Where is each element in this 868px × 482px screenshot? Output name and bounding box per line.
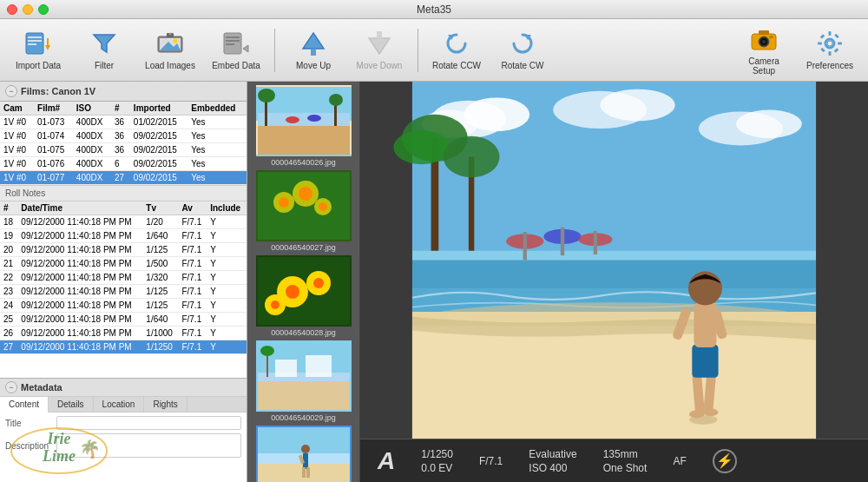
films-cell-cam: 1V #0 <box>0 116 34 129</box>
tab-rights[interactable]: Rights <box>144 397 187 412</box>
frames-cell-datetime: 09/12/2000 11:40:18 PM PM <box>17 285 142 299</box>
svg-point-58 <box>279 197 289 208</box>
svg-point-67 <box>271 300 279 309</box>
svg-marker-6 <box>94 35 115 52</box>
toolbar: Import Data Filter Load Images <box>0 19 868 82</box>
tab-location[interactable]: Location <box>94 397 145 412</box>
info-shutter-group: 1/1250 0.0 EV <box>421 448 453 474</box>
preferences-button[interactable]: Preferences <box>799 24 861 76</box>
move-up-label: Move Up <box>296 61 331 70</box>
frames-row[interactable]: 25 09/12/2000 11:40:18 PM PM 1/640 F/7.1… <box>0 313 247 327</box>
thumbnail-1[interactable]: 000046540026.jpg <box>256 85 352 167</box>
load-images-button[interactable]: Load Images <box>139 24 201 76</box>
svg-rect-21 <box>377 31 382 38</box>
move-up-button[interactable]: Move Up <box>282 24 345 76</box>
thumbnail-2[interactable]: 000046540027.jpg <box>256 170 352 252</box>
films-cell-film: 01-075 <box>34 143 73 157</box>
thumb-img-4 <box>256 340 352 412</box>
svg-point-48 <box>258 89 275 102</box>
tab-details[interactable]: Details <box>49 397 94 412</box>
frames-cell-num: 26 <box>0 327 17 340</box>
svg-point-116 <box>689 411 704 419</box>
move-down-icon <box>365 30 393 57</box>
films-expand-button[interactable]: − <box>5 85 17 97</box>
frames-cell-num: 25 <box>0 313 17 327</box>
camera-setup-button[interactable]: Camera Setup <box>733 24 795 76</box>
frames-cell-datetime: 09/12/2000 11:40:18 PM PM <box>17 340 142 354</box>
svg-rect-70 <box>258 373 350 381</box>
frames-row[interactable]: 26 09/12/2000 11:40:18 PM PM 1/1000 F/7.… <box>0 327 247 340</box>
info-focus-mode: One Shot <box>603 462 648 474</box>
load-images-label: Load Images <box>145 61 195 70</box>
frames-table-container[interactable]: # Date/Time Tv Av Include 18 09/12/2000 … <box>0 201 247 378</box>
frames-col-tv: Tv <box>142 201 178 215</box>
frames-cell-num: 23 <box>0 285 17 299</box>
svg-marker-17 <box>243 45 248 52</box>
svg-point-117 <box>703 408 718 416</box>
svg-point-60 <box>319 202 327 211</box>
frames-cell-av: F/7.1 <box>178 215 207 229</box>
minimize-button[interactable] <box>23 4 33 15</box>
svg-rect-35 <box>838 43 842 45</box>
rotate-ccw-button[interactable]: Rotate CCW <box>425 24 488 76</box>
metadata-section: − Metadata Content Details Location Righ… <box>0 378 247 482</box>
svg-rect-100 <box>561 228 564 255</box>
thumbnail-4[interactable]: 000046540029.jpg <box>256 340 352 422</box>
films-cell-embedded: Yes <box>187 116 247 129</box>
close-button[interactable] <box>7 4 17 15</box>
svg-rect-19 <box>311 49 316 56</box>
svg-rect-39 <box>834 34 839 39</box>
frames-row[interactable]: 20 09/12/2000 11:40:18 PM PM 1/125 F/7.1… <box>0 243 247 257</box>
films-row[interactable]: 1V #0 01-073 400DX 36 01/02/2015 Yes <box>0 116 247 129</box>
films-row[interactable]: 1V #0 01-075 400DX 36 09/02/2015 Yes <box>0 143 247 157</box>
import-data-button[interactable]: Import Data <box>7 24 69 76</box>
filter-button[interactable]: Filter <box>73 24 135 76</box>
films-row[interactable]: 1V #0 01-074 400DX 36 09/02/2015 Yes <box>0 129 247 143</box>
svg-point-91 <box>736 109 802 137</box>
frames-table: # Date/Time Tv Av Include 18 09/12/2000 … <box>0 201 247 354</box>
move-down-button[interactable]: Move Down <box>348 24 411 76</box>
films-table-container[interactable]: Cam Film# ISO # Imported Embedded 1V #0 … <box>0 102 247 185</box>
embed-data-button[interactable]: Embed Data <box>205 24 267 76</box>
films-row[interactable]: 1V #0 01-076 400DX 6 09/02/2015 Yes <box>0 157 247 171</box>
films-cell-num: 36 <box>111 116 130 129</box>
films-cell-iso: 400DX <box>73 157 111 171</box>
frames-cell-num: 20 <box>0 243 17 257</box>
films-cell-embedded: Yes <box>187 129 247 143</box>
title-input[interactable] <box>56 416 241 430</box>
frames-cell-datetime: 09/12/2000 11:40:18 PM PM <box>17 313 142 327</box>
frames-cell-include: Y <box>207 327 247 340</box>
films-cell-film: 01-076 <box>34 157 73 171</box>
thumbnail-3[interactable]: 000046540028.jpg <box>256 255 352 337</box>
frames-col-datetime: Date/Time <box>17 201 142 215</box>
maximize-button[interactable] <box>38 4 49 15</box>
films-row[interactable]: 1V #0 01-077 400DX 27 09/02/2015 Yes <box>0 171 247 185</box>
frames-row[interactable]: 27 09/12/2000 11:40:18 PM PM 1/1250 F/7.… <box>0 340 247 354</box>
main-image-area <box>360 82 868 439</box>
frames-row[interactable]: 22 09/12/2000 11:40:18 PM PM 1/320 F/7.1… <box>0 271 247 285</box>
films-cell-imported: 09/02/2015 <box>130 129 187 143</box>
thumb-label-1: 000046540026.jpg <box>271 158 336 167</box>
rotate-cw-button[interactable]: Rotate CW <box>491 24 554 76</box>
films-cell-num: 6 <box>111 157 130 171</box>
embed-data-label: Embed Data <box>212 61 260 70</box>
frames-row[interactable]: 21 09/12/2000 11:40:18 PM PM 1/500 F/7.1… <box>0 257 247 271</box>
films-cell-iso: 400DX <box>73 143 111 157</box>
films-header: − Films: Canon 1V <box>0 82 247 102</box>
frames-row[interactable]: 19 09/12/2000 11:40:18 PM PM 1/640 F/7.1… <box>0 229 247 243</box>
tab-content[interactable]: Content <box>0 397 49 413</box>
films-col-num: # <box>111 102 130 116</box>
svg-rect-2 <box>28 40 42 42</box>
metadata-expand-button[interactable]: − <box>5 381 17 393</box>
thumbnails-panel[interactable]: 000046540026.jpg 000046540027.jpg <box>247 82 360 482</box>
frames-row[interactable]: 18 09/12/2000 11:40:18 PM PM 1/20 F/7.1 … <box>0 215 247 229</box>
thumbnail-5[interactable]: 000046540030.jpg <box>256 426 352 482</box>
svg-point-10 <box>174 39 178 43</box>
frames-row[interactable]: 24 09/12/2000 11:40:18 PM PM 1/125 F/7.1… <box>0 299 247 313</box>
move-down-label: Move Down <box>357 61 403 70</box>
frames-cell-av: F/7.1 <box>178 327 207 340</box>
frames-row[interactable]: 23 09/12/2000 11:40:18 PM PM 1/125 F/7.1… <box>0 285 247 299</box>
metadata-content: Title Description Irie Lime 🌴 <box>0 413 247 482</box>
camera-setup-label: Camera Setup <box>736 56 792 76</box>
description-input[interactable] <box>56 433 241 458</box>
